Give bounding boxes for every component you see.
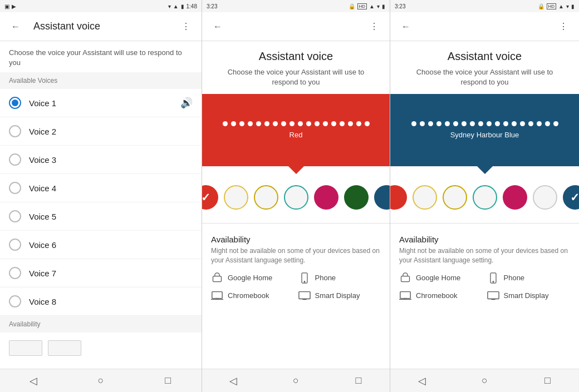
voice-item-8[interactable]: Voice 8 bbox=[0, 287, 202, 316]
voice-item-3[interactable]: Voice 3 bbox=[0, 146, 202, 174]
panel-right: 3:23 🔒 HD ▲ ▾ ▮ ← ⋮ Assistant voice Choo… bbox=[390, 0, 579, 392]
swatch-navy-right[interactable]: ✓ bbox=[563, 185, 580, 210]
avail-phone-mid: Phone bbox=[298, 272, 381, 284]
hd-icon-right: HD bbox=[547, 3, 557, 9]
avail-desc-right: Might not be available on some of your d… bbox=[399, 246, 570, 265]
dot-2 bbox=[231, 121, 236, 126]
nav-recents-left[interactable]: □ bbox=[157, 370, 179, 392]
battery-mid: ▮ bbox=[382, 3, 385, 9]
availability-section-header-left: Availability bbox=[0, 316, 202, 333]
app-icon-left: ▣ bbox=[4, 3, 9, 9]
nav-back-left[interactable]: ◁ bbox=[22, 370, 45, 392]
dot-18 bbox=[365, 121, 370, 126]
top-bar-mid: ← ⋮ bbox=[202, 12, 390, 41]
swatch-pink-right[interactable] bbox=[503, 185, 527, 210]
chromebook-icon-right bbox=[399, 290, 411, 302]
lock-icon-mid: 🔒 bbox=[349, 3, 355, 9]
dot-15 bbox=[340, 121, 345, 126]
swatch-red-right[interactable] bbox=[390, 185, 407, 210]
top-bar-left: ← Assistant voice ⋮ bbox=[0, 12, 202, 41]
avail-title-right: Availability bbox=[399, 235, 570, 244]
dot-4 bbox=[248, 121, 253, 126]
chromebook-label-mid: Chromebook bbox=[228, 291, 269, 300]
color-name-right: Sydney Harbour Blue bbox=[450, 131, 519, 139]
swatch-yellow-right[interactable] bbox=[413, 185, 437, 210]
back-button-left[interactable]: ← bbox=[7, 18, 24, 36]
swatch-red-mid[interactable]: ✓ bbox=[202, 185, 218, 210]
radio-voice-1[interactable] bbox=[9, 97, 21, 109]
swatch-yellow-mid[interactable] bbox=[224, 185, 248, 210]
avail-smart-display-right: Smart Display bbox=[487, 290, 571, 302]
nav-home-mid[interactable]: ○ bbox=[284, 370, 307, 392]
google-home-icon-mid bbox=[211, 272, 223, 284]
more-button-mid[interactable]: ⋮ bbox=[365, 18, 383, 36]
nav-back-mid[interactable]: ◁ bbox=[222, 370, 244, 392]
radio-voice-7[interactable] bbox=[9, 267, 21, 279]
radio-voice-6[interactable] bbox=[9, 239, 21, 251]
time-right: 3:23 bbox=[395, 3, 405, 9]
avail-phone-right: Phone bbox=[487, 272, 571, 284]
dot-14 bbox=[331, 121, 336, 126]
radio-voice-2[interactable] bbox=[9, 125, 21, 137]
swatch-darkgreen-mid[interactable] bbox=[344, 185, 369, 210]
swatch-teal-right[interactable] bbox=[473, 185, 497, 210]
app-icon2-left: ▶ bbox=[12, 3, 16, 9]
hd-icon-mid: HD bbox=[357, 3, 367, 9]
battery-right: ▮ bbox=[571, 3, 575, 9]
swatch-darkgreen-right[interactable] bbox=[533, 185, 557, 210]
dot-8 bbox=[281, 121, 286, 126]
more-button-left[interactable]: ⋮ bbox=[177, 18, 195, 36]
more-button-right[interactable]: ⋮ bbox=[555, 18, 572, 36]
voice-item-7[interactable]: Voice 7 bbox=[0, 259, 202, 287]
avail-smart-display-mid: Smart Display bbox=[298, 290, 381, 302]
swatch-teal-mid[interactable] bbox=[284, 185, 308, 210]
voice-label-7: Voice 7 bbox=[29, 269, 193, 278]
svg-rect-3 bbox=[212, 292, 222, 299]
nav-back-right[interactable]: ◁ bbox=[411, 370, 433, 392]
nav-home-right[interactable]: ○ bbox=[474, 370, 496, 392]
svg-point-2 bbox=[304, 281, 305, 282]
voice-item-4[interactable]: Voice 4 bbox=[0, 174, 202, 202]
panel-left: ▣ ▶ ▾ ▲ ▮ 1:48 ← Assistant voice ⋮ Choos… bbox=[0, 0, 202, 392]
svg-rect-5 bbox=[401, 276, 410, 282]
back-button-mid[interactable]: ← bbox=[209, 18, 227, 36]
voice-item-2[interactable]: Voice 2 bbox=[0, 117, 202, 146]
time-left: 1:48 bbox=[187, 3, 197, 9]
color-dots-right bbox=[411, 121, 558, 126]
back-button-right[interactable]: ← bbox=[397, 18, 415, 36]
voice-item-1[interactable]: Voice 1 🔊 bbox=[0, 89, 202, 117]
swatch-gold-mid[interactable] bbox=[254, 185, 278, 210]
radio-voice-8[interactable] bbox=[9, 295, 21, 307]
radio-voice-5[interactable] bbox=[9, 210, 21, 222]
voice-label-8: Voice 8 bbox=[29, 297, 193, 306]
avail-title-mid: Availability bbox=[211, 235, 381, 244]
swatch-navy-mid[interactable] bbox=[374, 185, 391, 210]
nav-recents-right[interactable]: □ bbox=[537, 370, 559, 392]
avail-chromebook-right: Chromebook bbox=[399, 290, 483, 302]
signal-mid: ▲ bbox=[369, 3, 375, 9]
lock-icon-right: 🔒 bbox=[538, 3, 544, 9]
dot-13 bbox=[323, 121, 328, 126]
voice-item-6[interactable]: Voice 6 bbox=[0, 231, 202, 259]
radio-voice-4[interactable] bbox=[9, 182, 21, 194]
swatch-pink-mid[interactable] bbox=[314, 185, 338, 210]
google-home-icon-right bbox=[399, 272, 411, 284]
swatch-gold-right[interactable] bbox=[443, 185, 467, 210]
smart-display-icon-mid bbox=[298, 290, 311, 302]
time-mid: 3:23 bbox=[207, 3, 217, 9]
avail-section-right: Availability Might not be available on s… bbox=[390, 228, 579, 306]
panel-mid: 3:23 🔒 HD ▲ ▾ ▮ ← ⋮ Assistant voice Choo… bbox=[202, 0, 390, 392]
nav-home-left[interactable]: ○ bbox=[90, 370, 112, 392]
radio-inner-1 bbox=[12, 100, 18, 106]
bottom-nav-left: ◁ ○ □ bbox=[0, 369, 202, 392]
voice-item-5[interactable]: Voice 5 bbox=[0, 202, 202, 231]
title-right: Assistant voice bbox=[390, 41, 579, 65]
chromebook-icon-mid bbox=[211, 290, 223, 302]
bottom-nav-mid: ◁ ○ □ bbox=[202, 369, 390, 392]
dot-1 bbox=[223, 121, 228, 126]
nav-recents-mid[interactable]: □ bbox=[347, 370, 370, 392]
radio-voice-3[interactable] bbox=[9, 153, 21, 166]
svg-rect-0 bbox=[213, 276, 222, 282]
dot-7 bbox=[273, 121, 278, 126]
phone-label-mid: Phone bbox=[315, 274, 336, 282]
